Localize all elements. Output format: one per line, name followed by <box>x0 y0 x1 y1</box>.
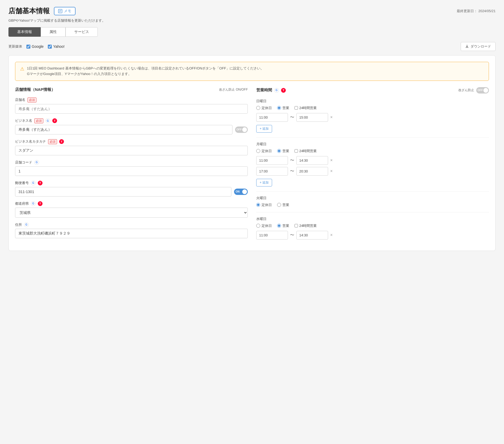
monday-radio-row: 定休日 営業 24時間営業 <box>256 149 489 153</box>
sunday-add-time[interactable]: + 追加 <box>256 125 272 133</box>
two-column-layout: 店舗情報（NAP情報） 改ざん防止 ON/OFF 店舗名 必須 ビジネス名 必須 <box>15 87 489 244</box>
business-name-katakana-input[interactable] <box>15 146 248 155</box>
business-name-google-badge: G <box>45 118 50 123</box>
sunday-remove-1[interactable]: × <box>330 115 333 120</box>
yahoo-label: Yahoo! <box>53 44 64 49</box>
business-name-input[interactable] <box>15 125 232 134</box>
hours-tamper-label: 改ざん防止 <box>458 88 474 92</box>
business-name-label: ビジネス名 必須 G Y <box>15 118 248 123</box>
sunday-end-1[interactable] <box>296 113 328 122</box>
sunday-closed-label[interactable]: 定休日 <box>256 106 272 110</box>
yahoo-checkbox-label[interactable]: Yahoo! <box>48 44 64 49</box>
monday-24h-label[interactable]: 24時間営業 <box>295 149 317 153</box>
wednesday-start-1[interactable] <box>256 231 288 240</box>
address-label: 住所 G <box>15 222 248 227</box>
day-block-sunday: 日曜日 定休日 営業 24時間営業 <box>256 99 489 133</box>
monday-tilde-2: 〜 <box>290 169 294 174</box>
memo-button[interactable]: メモ <box>54 7 76 15</box>
wednesday-closed-radio[interactable] <box>256 224 260 228</box>
store-code-label: 店舗コード G <box>15 160 248 165</box>
address-input[interactable] <box>15 229 248 238</box>
tuesday-radio-row: 定休日 営業 <box>256 203 489 207</box>
wednesday-remove-1[interactable]: × <box>330 233 333 237</box>
tab-services[interactable]: サービス <box>66 27 98 37</box>
sunday-business-radio[interactable] <box>277 106 281 110</box>
alert-text: 1日1回 MEO Dashboard 基本情報からGBPへの変更処理を行いたくな… <box>27 66 264 77</box>
monday-24h-checkbox[interactable] <box>295 149 298 153</box>
sunday-24h-checkbox[interactable] <box>295 106 298 110</box>
sunday-24h-label[interactable]: 24時間営業 <box>295 106 317 110</box>
day-block-wednesday: 水曜日 定休日 営業 24時間営業 <box>256 217 489 240</box>
tuesday-business-label[interactable]: 営業 <box>277 203 289 207</box>
memo-icon <box>58 9 62 13</box>
monday-remove-1[interactable]: × <box>330 158 333 163</box>
monday-start-1[interactable] <box>256 156 288 165</box>
monday-end-1[interactable] <box>296 156 328 165</box>
postal-code-toggle[interactable]: ON <box>234 189 248 195</box>
sunday-tilde-1: 〜 <box>290 115 294 120</box>
wednesday-end-1[interactable] <box>296 231 328 240</box>
wednesday-business-radio[interactable] <box>277 224 281 228</box>
memo-button-label: メモ <box>64 9 71 13</box>
sunday-24h-text: 24時間営業 <box>299 106 317 110</box>
monday-remove-2[interactable]: × <box>330 169 333 174</box>
tuesday-business-radio[interactable] <box>277 203 281 207</box>
prefecture-select[interactable]: 茨城県 <box>15 208 248 218</box>
tuesday-closed-radio[interactable] <box>256 203 260 207</box>
monday-start-2[interactable] <box>256 167 288 176</box>
page-title: 店舗基本情報 <box>8 6 50 16</box>
tuesday-closed-label[interactable]: 定休日 <box>256 203 272 207</box>
postal-code-yahoo-badge: Y <box>38 181 43 185</box>
last-updated-value: 2024/05/21 <box>478 9 496 13</box>
tuesday-label: 火曜日 <box>256 196 489 200</box>
monday-closed-radio[interactable] <box>256 149 260 153</box>
alert-text-line1: 1日1回 MEO Dashboard 基本情報からGBPへの変更処理を行いたくな… <box>27 66 264 71</box>
yahoo-checkbox[interactable] <box>48 45 52 49</box>
business-name-katakana-label-text: ビジネス名カタカナ <box>15 139 46 144</box>
monday-business-radio[interactable] <box>277 149 281 153</box>
sunday-start-1[interactable] <box>256 113 288 122</box>
store-name-group: 店舗名 必須 <box>15 97 248 114</box>
hours-tamper-toggle[interactable]: OFF <box>476 87 489 94</box>
monday-closed-text: 定休日 <box>262 149 272 153</box>
hours-tamper-area: 改ざん防止 OFF <box>458 87 489 94</box>
monday-business-text: 営業 <box>282 149 289 153</box>
address-label-text: 住所 <box>15 222 22 227</box>
store-name-input[interactable] <box>15 104 248 114</box>
postal-code-input[interactable] <box>15 187 231 197</box>
monday-add-time[interactable]: + 追加 <box>256 179 272 186</box>
sunday-closed-radio[interactable] <box>256 106 260 110</box>
monday-closed-label[interactable]: 定休日 <box>256 149 272 153</box>
wednesday-24h-text: 24時間営業 <box>299 223 317 228</box>
sunday-business-label[interactable]: 営業 <box>277 106 289 110</box>
store-code-input[interactable] <box>15 166 248 176</box>
postal-code-group: 郵便番号 G Y ON <box>15 181 248 197</box>
google-checkbox-label[interactable]: Google <box>26 44 44 49</box>
nap-section-header: 店舗情報（NAP情報） 改ざん防止 ON/OFF <box>15 87 248 92</box>
nap-tamper-label: 改ざん防止 ON/OFF <box>219 87 248 92</box>
hours-section-title: 営業時間 <box>256 88 272 93</box>
monday-business-label[interactable]: 営業 <box>277 149 289 153</box>
business-name-toggle[interactable]: OFF <box>235 127 248 133</box>
alert-text-line2: GマークがGoogle項目、YマークがYahoo！の入力項目となります。 <box>27 71 264 77</box>
monday-end-2[interactable] <box>296 167 328 176</box>
download-button[interactable]: ダウンロード <box>461 42 496 51</box>
prefecture-yahoo-badge: Y <box>38 201 43 206</box>
download-button-label: ダウンロード <box>470 44 491 49</box>
sunday-business-text: 営業 <box>282 106 289 110</box>
monday-tilde-1: 〜 <box>290 158 294 163</box>
wednesday-closed-label[interactable]: 定休日 <box>256 223 272 228</box>
wednesday-label: 水曜日 <box>256 217 489 221</box>
nap-section: 店舗情報（NAP情報） 改ざん防止 ON/OFF 店舗名 必須 ビジネス名 必須 <box>15 87 248 244</box>
tab-basic-info[interactable]: 基本情報 <box>8 27 41 37</box>
wednesday-time-row-1: 〜 × <box>256 231 489 240</box>
business-name-group: ビジネス名 必須 G Y OFF <box>15 118 248 134</box>
divider-tuesday-wednesday <box>256 212 489 212</box>
google-checkbox[interactable] <box>26 45 30 49</box>
wednesday-business-label[interactable]: 営業 <box>277 223 289 228</box>
address-group: 住所 G <box>15 222 248 238</box>
wednesday-24h-checkbox[interactable] <box>295 224 298 227</box>
wednesday-24h-label[interactable]: 24時間営業 <box>295 223 317 228</box>
tab-attributes[interactable]: 属性 <box>41 27 66 37</box>
alert-box: ⚠ 1日1回 MEO Dashboard 基本情報からGBPへの変更処理を行いた… <box>15 62 489 81</box>
